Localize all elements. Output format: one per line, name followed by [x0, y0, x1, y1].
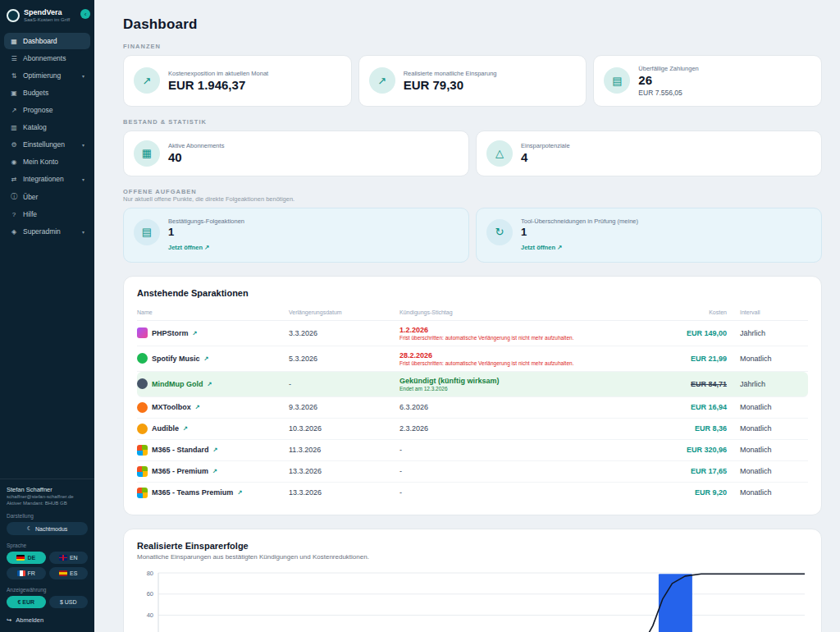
col-deadline: Kündigungs-Stichtag: [399, 309, 674, 315]
cancellation-deadline: Gekündigt (künftig wirksam) Endet am 12.…: [399, 377, 674, 392]
currency-button-eur[interactable]: € EUR: [7, 596, 46, 608]
table-header-row: Name Verlängerungsdatum Kündigungs-Stich…: [137, 305, 808, 321]
stat-card-saving-potentials: △ Einsparpotenziale 4: [476, 131, 822, 176]
sidebar-item-abonnements[interactable]: ☰ Abonnements ▾: [4, 50, 90, 66]
section-label-finanzen: FINANZEN: [123, 43, 822, 50]
chart-title: Realisierte Einsparerfolge: [137, 541, 808, 551]
external-link-icon: ↗: [557, 244, 562, 251]
list-icon: ☰: [10, 55, 18, 62]
card-value: EUR 79,30: [404, 79, 497, 93]
renewal-date: 11.3.2026: [289, 446, 399, 454]
app-icon: [137, 402, 148, 413]
table-row: MXToolbox ↗ 9.3.2026 6.3.2026 EUR 16,94 …: [137, 397, 808, 419]
interval-value: Jährlich: [740, 380, 808, 388]
cost-value: EUR 320,96: [674, 446, 740, 454]
cost-value: EUR 8,36: [674, 424, 740, 433]
flag-de-icon: [16, 555, 25, 561]
user-icon: ◉: [10, 158, 18, 166]
language-button-en[interactable]: EN: [49, 552, 89, 564]
open-now-link[interactable]: Jetzt öffnen ↗: [521, 244, 562, 251]
table-row: MindMup Gold ↗ - Gekündigt (künftig wirk…: [137, 372, 808, 397]
night-mode-button[interactable]: ☾ Nachtmodus: [7, 522, 88, 535]
external-link-icon[interactable]: ↗: [207, 381, 212, 387]
language-button-es[interactable]: ES: [49, 567, 89, 579]
interval-value: Monatlich: [740, 424, 808, 433]
col-cost: Kosten: [674, 309, 740, 315]
subscription-name: Audible: [152, 424, 179, 433]
subscription-name: M365 - Teams Premium: [152, 488, 233, 497]
table-row: Spotify Music ↗ 5.3.2026 28.2.2026 Frist…: [137, 346, 808, 372]
card-value: 40: [168, 151, 224, 165]
external-link-icon[interactable]: ↗: [237, 489, 242, 496]
subscription-name: MXToolbox: [152, 403, 191, 411]
subscription-name: M365 - Premium: [152, 467, 208, 475]
sidebar-item-hilfe[interactable]: ? Hilfe ▾: [4, 206, 90, 222]
interval-value: Monatlich: [740, 467, 808, 475]
renewal-date: 10.3.2026: [289, 424, 399, 433]
chevron-down-icon: ▾: [82, 73, 84, 79]
chart-subtitle: Monatliche Einsparungen aus bestätigten …: [137, 553, 808, 561]
interval-value: Monatlich: [740, 446, 808, 454]
subscription-name: Spotify Music: [152, 355, 200, 363]
section-label-aufgaben: OFFENE AUFGABEN: [123, 188, 822, 195]
logout-button[interactable]: ↪ Abmelden: [7, 616, 43, 624]
table-row: PHPStorm ↗ 3.3.2026 1.2.2026 Frist übers…: [137, 321, 808, 346]
card-value: 1: [521, 227, 638, 238]
cost-value: EUR 17,65: [674, 467, 740, 475]
sidebar-item-einstellungen[interactable]: ⚙ Einstellungen ▾: [4, 136, 90, 153]
user-email: schaffner@stefan-schaffner.de: [7, 494, 88, 499]
clipboard-icon: ▤: [134, 219, 160, 245]
sidebar-collapse-button[interactable]: ‹: [80, 9, 90, 19]
deadline-note: Endet am 12.3.2026: [399, 386, 674, 392]
savings-chart-panel: Realisierte Einsparerfolge Monatliche Ei…: [123, 529, 822, 632]
help-icon: ?: [10, 211, 18, 218]
language-button-fr[interactable]: FR: [7, 567, 46, 579]
sidebar-item-prognose[interactable]: ↗ Prognose ▾: [4, 102, 90, 118]
grid-icon: ▦: [10, 38, 18, 45]
moon-icon: ☾: [27, 525, 32, 532]
sidebar-item-dashboard[interactable]: ▦ Dashboard ▾: [4, 33, 90, 49]
cost-value: EUR 149,00: [674, 329, 740, 337]
task-card-confirmations[interactable]: ▤ Bestätigungs-Folgeaktionen 1 Jetzt öff…: [123, 208, 469, 263]
app-tagline: SaaS-Kosten im Griff: [24, 17, 70, 22]
external-link-icon[interactable]: ↗: [195, 404, 200, 410]
sidebar-item-integrationen[interactable]: ⇄ Integrationen ▾: [4, 171, 90, 187]
external-link-icon[interactable]: ↗: [212, 468, 217, 474]
currency-button-usd[interactable]: $ USD: [49, 596, 89, 608]
trend-up-icon: ↗: [134, 67, 160, 94]
chevron-down-icon: ▾: [82, 176, 84, 182]
cancellation-deadline: 6.3.2026: [399, 403, 674, 411]
sidebar-item-optimierung[interactable]: ⇅ Optimierung ▾: [4, 67, 90, 84]
currency-switcher: € EUR$ USD: [7, 596, 88, 608]
deadline-note: Frist überschritten: automatische Verlän…: [399, 360, 674, 366]
language-button-de[interactable]: DE: [7, 552, 46, 564]
task-card-tool-overlaps[interactable]: ↻ Tool-Überschneidungen in Prüfung (mein…: [476, 208, 822, 263]
appearance-label: Darstellung: [7, 513, 88, 519]
sidebar-item-superadmin[interactable]: ◈ Superadmin ▾: [4, 223, 90, 240]
interval-value: Jährlich: [740, 329, 808, 337]
external-link-icon[interactable]: ↗: [213, 447, 218, 453]
external-link-icon: ↗: [204, 244, 209, 251]
sidebar-item-über[interactable]: ⓘ Über ▾: [4, 188, 90, 205]
refresh-icon: ↻: [486, 219, 513, 245]
table-row: M365 - Premium ↗ 13.3.2026 - EUR 17,65 M…: [137, 461, 808, 483]
sidebar-item-mein-konto[interactable]: ◉ Mein Konto ▾: [4, 153, 90, 170]
cancellation-deadline: 28.2.2026 Frist überschritten: automatis…: [399, 351, 674, 366]
renewal-date: 9.3.2026: [289, 403, 399, 411]
info-icon: ⓘ: [10, 192, 18, 201]
external-link-icon[interactable]: ↗: [204, 355, 209, 362]
user-tenant: Aktiver Mandant: BHUB GB: [7, 501, 88, 506]
card-label: Aktive Abonnements: [168, 142, 224, 149]
external-link-icon[interactable]: ↗: [193, 330, 198, 337]
savings-table: Name Verlängerungsdatum Kündigungs-Stich…: [137, 305, 808, 503]
currency-label: Anzeigewährung: [7, 587, 88, 593]
sidebar-item-katalog[interactable]: ▥ Katalog ▾: [4, 119, 90, 135]
open-now-link[interactable]: Jetzt öffnen ↗: [168, 244, 209, 251]
finance-cards-row: ↗ Kostenexposition im aktuellen Monat EU…: [123, 55, 822, 107]
cost-value: EUR 9,20: [674, 488, 740, 497]
renewal-date: 13.3.2026: [289, 467, 399, 475]
external-link-icon[interactable]: ↗: [183, 425, 188, 432]
main-content: Dashboard FINANZEN ↗ Kostenexposition im…: [94, 0, 840, 632]
stat-card-active-subscriptions: ▦ Aktive Abonnements 40: [123, 131, 469, 176]
sidebar-item-budgets[interactable]: ▣ Budgets ▾: [4, 85, 90, 101]
